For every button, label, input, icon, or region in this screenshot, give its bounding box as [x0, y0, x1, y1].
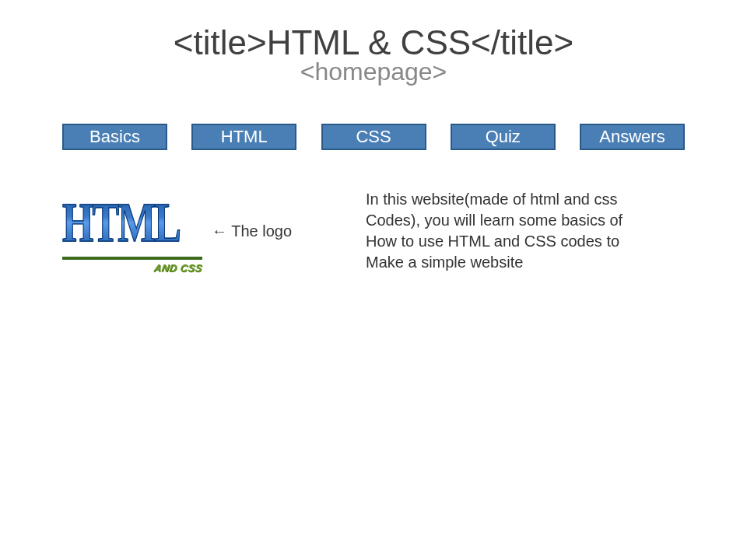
intro-line: How to use HTML and CSS codes to: [366, 231, 685, 252]
logo-caption: ← The logo: [212, 222, 292, 240]
nav-basics-button[interactable]: Basics: [62, 124, 167, 150]
intro-line: Codes), you will learn some basics of: [366, 210, 685, 231]
nav-answers-button[interactable]: Answers: [580, 124, 685, 150]
nav-html-button[interactable]: HTML: [191, 124, 296, 150]
intro-line: Make a simple website: [366, 252, 685, 273]
logo-section: HTML AND CSS ← The logo: [62, 189, 358, 273]
nav-bar: Basics HTML CSS Quiz Answers: [0, 124, 747, 150]
intro-text: In this website(made of html and css Cod…: [358, 189, 685, 273]
html-css-logo: HTML AND CSS: [62, 202, 202, 260]
nav-quiz-button[interactable]: Quiz: [451, 124, 556, 150]
nav-css-button[interactable]: CSS: [321, 124, 426, 150]
logo-html-text: HTML: [62, 194, 180, 251]
intro-line: In this website(made of html and css: [366, 189, 685, 210]
header: <title>HTML & CSS</title> <homepage>: [0, 0, 747, 86]
page-title: <title>HTML & CSS</title>: [0, 23, 747, 62]
page-subtitle: <homepage>: [0, 58, 747, 86]
logo-andcss-text: AND CSS: [153, 262, 204, 274]
logo-underline: [62, 257, 202, 260]
content-area: HTML AND CSS ← The logo In this website(…: [0, 189, 747, 273]
